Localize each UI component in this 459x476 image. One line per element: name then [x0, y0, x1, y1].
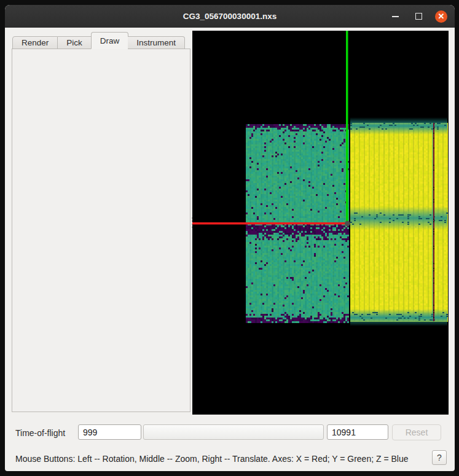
tab-draw[interactable]: Draw [91, 32, 129, 49]
tof-range-slider[interactable] [143, 424, 324, 440]
detector-canvas[interactable] [192, 31, 449, 415]
tof-max-input[interactable] [327, 424, 388, 440]
tab-pick-label: Pick [66, 38, 82, 47]
tab-draw-label: Draw [100, 36, 120, 45]
tab-bar: Render Pick Draw Instrument [12, 32, 185, 49]
tof-label: Time-of-flight [15, 428, 65, 438]
status-bar-text: Mouse Buttons: Left -- Rotation, Middle … [15, 454, 409, 464]
reset-button[interactable]: Reset [392, 424, 441, 440]
tab-render[interactable]: Render [12, 36, 58, 49]
help-button[interactable]: ? [432, 450, 447, 465]
tab-instrument[interactable]: Instrument [128, 36, 185, 49]
instrument-3d-view [192, 31, 449, 415]
tab-instrument-label: Instrument [136, 38, 176, 47]
close-icon: ✕ [438, 12, 445, 20]
close-button[interactable]: ✕ [435, 10, 447, 23]
tab-pick[interactable]: Pick [58, 36, 92, 49]
tof-min-input[interactable] [78, 424, 141, 440]
window-controls: ✕ [388, 5, 447, 28]
titlebar: CG3_056700030001.nxs ✕ [5, 5, 455, 28]
maximize-icon [415, 13, 422, 20]
app-window: CG3_056700030001.nxs ✕ Render Pick Draw … [5, 5, 455, 471]
draw-tab-pane [12, 49, 190, 412]
minimize-button[interactable] [388, 10, 402, 23]
window-title: CG3_056700030001.nxs [5, 12, 455, 21]
minimize-icon [392, 16, 399, 17]
maximize-button[interactable] [412, 10, 425, 23]
tab-render-label: Render [22, 38, 49, 47]
